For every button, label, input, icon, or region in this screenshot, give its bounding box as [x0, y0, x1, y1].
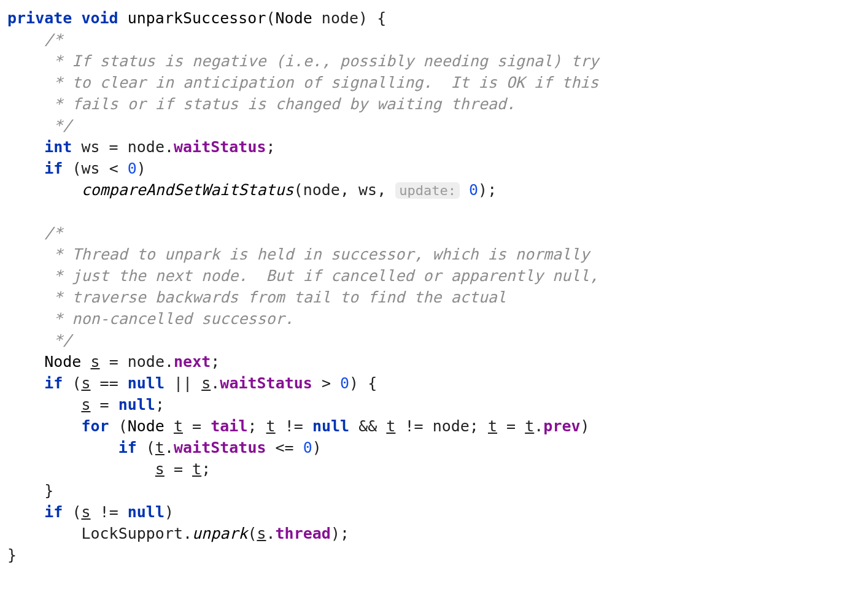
code-line-1: private void unparkSuccessor(Node node) …	[7, 9, 386, 27]
op-dot: .	[164, 439, 174, 456]
keyword-null: null	[128, 503, 164, 521]
op-eq: =	[109, 138, 118, 156]
paren-open: (	[146, 439, 155, 456]
op-eq: =	[506, 417, 516, 435]
literal-zero: 0	[340, 374, 349, 392]
ref-s: s	[155, 460, 164, 478]
param-node: node	[322, 9, 358, 27]
comment-close: */	[44, 117, 72, 134]
semi: ;	[470, 417, 479, 435]
ref-t: t	[155, 439, 164, 456]
code-line-7: int ws = node.waitStatus;	[7, 138, 276, 156]
paren-open: (	[266, 9, 275, 27]
op-dot: .	[164, 138, 174, 156]
op-dot: .	[534, 417, 543, 435]
keyword-private: private	[7, 9, 72, 27]
ref-s: s	[81, 396, 90, 414]
keyword-int: int	[44, 138, 72, 156]
comment-line: * Thread to unpark is held in successor,…	[44, 245, 589, 263]
ref-ws: ws	[81, 160, 99, 177]
op-lteq: <=	[276, 439, 294, 456]
ref-node: node	[303, 181, 340, 199]
op-eq: =	[109, 353, 118, 371]
op-eq: =	[100, 396, 109, 414]
code-line-10: /*	[7, 224, 63, 242]
keyword-if: if	[44, 160, 63, 177]
code-line-20: if (t.waitStatus <= 0)	[7, 439, 322, 456]
code-line-11: * Thread to unpark is held in successor,…	[7, 245, 589, 263]
ref-s: s	[81, 374, 90, 392]
op-eqeq: ==	[100, 374, 118, 392]
comment-close: */	[44, 331, 72, 349]
class-LockSupport: LockSupport	[81, 525, 183, 542]
code-line-21: s = t;	[7, 460, 211, 478]
code-line-12: * just the next node. But if cancelled o…	[7, 267, 598, 285]
code-line-9: compareAndSetWaitStatus(node, ws, update…	[7, 181, 497, 199]
brace-close: }	[7, 546, 17, 564]
ref-s: s	[201, 374, 211, 392]
code-line-19: for (Node t = tail; t != null && t != no…	[7, 417, 590, 435]
type-node: Node	[44, 353, 81, 371]
paren-open: (	[72, 503, 81, 521]
field-waitStatus: waitStatus	[174, 439, 266, 456]
comma: ,	[340, 181, 349, 199]
keyword-for: for	[81, 417, 109, 435]
paren-close: )	[358, 9, 368, 27]
paren-close: )	[478, 181, 487, 199]
paren-close: )	[331, 525, 340, 542]
code-line-18: s = null;	[7, 396, 164, 414]
semi: ;	[155, 396, 164, 414]
ref-node: node	[128, 138, 164, 156]
code-line-25: }	[7, 546, 17, 564]
ref-node: node	[128, 353, 164, 371]
code-line-3: * If status is negative (i.e., possibly …	[7, 52, 598, 70]
comment-open: /*	[44, 31, 63, 48]
ref-ws: ws	[358, 181, 377, 199]
paren-close: )	[349, 374, 358, 392]
brace-open: {	[377, 9, 386, 27]
paren-close: )	[164, 503, 174, 521]
comment-line: * traverse backwards from tail to find t…	[44, 288, 506, 306]
keyword-if: if	[118, 439, 137, 456]
keyword-null: null	[312, 417, 349, 435]
type-node: Node	[276, 9, 312, 27]
ref-node: node	[433, 417, 470, 435]
blank-line	[7, 202, 17, 220]
inlay-hint-update: update:	[395, 182, 460, 199]
ref-t: t	[266, 417, 276, 435]
semi: ;	[266, 138, 276, 156]
paren-open: (	[247, 525, 257, 542]
op-dot: .	[211, 374, 220, 392]
op-andand: &&	[358, 417, 377, 435]
paren-close: )	[312, 439, 322, 456]
ref-s: s	[257, 525, 266, 542]
ref-t: t	[192, 460, 201, 478]
call-compareAndSetWaitStatus: compareAndSetWaitStatus	[81, 181, 293, 199]
field-prev: prev	[543, 417, 580, 435]
field-waitStatus: waitStatus	[220, 374, 312, 392]
ref-t: t	[386, 417, 395, 435]
code-line-8: if (ws < 0)	[7, 160, 146, 177]
paren-open: (	[118, 417, 128, 435]
ref-t: t	[488, 417, 497, 435]
op-dot: .	[266, 525, 276, 542]
comment-line: * to clear in anticipation of signalling…	[44, 74, 598, 91]
op-gt: >	[322, 374, 331, 392]
literal-zero: 0	[469, 181, 478, 199]
field-thread: thread	[276, 525, 331, 542]
literal-zero: 0	[128, 160, 137, 177]
comment-line: * fails or if status is changed by waiti…	[44, 95, 516, 113]
field-next: next	[174, 353, 211, 371]
op-neq: !=	[100, 503, 118, 521]
op-dot: .	[183, 525, 192, 542]
code-line-17: if (s == null || s.waitStatus > 0) {	[7, 374, 377, 392]
comment-line: * just the next node. But if cancelled o…	[44, 267, 598, 285]
semi: ;	[340, 525, 349, 542]
code-line-23: if (s != null)	[7, 503, 174, 521]
comment-line: * non-cancelled successor.	[44, 310, 293, 328]
paren-close: )	[581, 417, 590, 435]
op-lt: <	[109, 160, 118, 177]
paren-open: (	[72, 160, 81, 177]
var-s: s	[91, 353, 100, 371]
var-t: t	[174, 417, 183, 435]
